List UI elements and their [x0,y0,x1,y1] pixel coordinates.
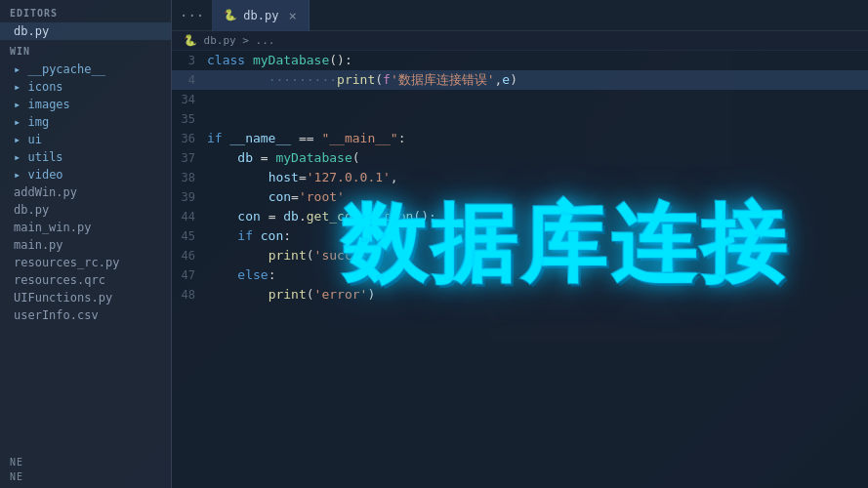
sidebar-item-main[interactable]: main.py [0,236,171,254]
code-line-36: 36 if __name__ == "__main__": [172,129,868,148]
sidebar-item-label: db.py [14,24,49,38]
sidebar-folder-icon: ▸ [14,150,27,164]
line-num-37: 37 [172,148,207,168]
line-content-46: print('succ') [207,246,868,265]
line-num-46: 46 [172,246,207,265]
code-line-37: 37 db = myDatabase( [172,148,868,168]
line-num-34: 34 [172,90,207,109]
sidebar-item-resources-qrc[interactable]: resources.qrc [0,271,171,289]
line-num-38: 38 [172,168,207,187]
sidebar-item-ui[interactable]: ▸ ui [0,131,171,148]
code-line-38: 38 host='127.0.0.1', [172,168,868,187]
sidebar-bottom: NE NE [0,455,171,488]
ide-container: EDITORS db.py WIN ▸ __pycache__ ▸ icons … [0,0,868,488]
line-content-3: class myDatabase(): [207,51,868,70]
code-line-4: 4 ·········print(f'数据库连接错误',e) [172,70,868,90]
line-content-37: db = myDatabase( [207,148,868,168]
code-content: 3 class myDatabase(): 4 ·········print(f… [172,51,868,488]
sidebar-item-utils[interactable]: ▸ utils [0,148,171,166]
code-line-35: 35 [172,109,868,129]
code-line-34: 34 [172,90,868,109]
tab-overflow-dots[interactable]: ··· [172,8,212,23]
line-content-48: print('error') [207,285,868,305]
line-num-48: 48 [172,285,207,305]
line-content-47: else: [207,265,868,285]
line-content-45: if con: [207,226,868,246]
sidebar-item-pycache[interactable]: ▸ __pycache__ [0,61,171,78]
sidebar-item-main-win[interactable]: main_win.py [0,219,171,236]
line-content-38: host='127.0.0.1', [207,168,868,187]
line-num-4: 4 [172,70,207,90]
sidebar-item-uifunctions[interactable]: UIFunctions.py [0,289,171,306]
sidebar-item-db-py[interactable]: db.py [0,201,171,219]
sidebar-item-db-py-active[interactable]: db.py [0,22,171,40]
tab-close-button[interactable]: × [288,8,296,23]
python-icon: 🐍 [224,9,237,21]
tab-db-py[interactable]: 🐍 db.py × [212,0,310,31]
sidebar-item-resources-rc[interactable]: resources_rc.py [0,254,171,271]
sidebar-bottom-ne1: NE [0,455,171,469]
sidebar-folder-icon: ▸ [14,115,27,129]
sidebar-item-video[interactable]: ▸ video [0,166,171,183]
sidebar-folder-icon: ▸ [14,168,27,182]
sidebar-bottom-ne2: NE [0,469,171,484]
code-line-39: 39 con='root' [172,187,868,207]
tab-label: db.py [243,9,278,22]
sidebar: EDITORS db.py WIN ▸ __pycache__ ▸ icons … [0,0,172,488]
line-num-45: 45 [172,226,207,246]
sidebar-item-userinfo[interactable]: userInfo.csv [0,306,171,324]
code-line-3: 3 class myDatabase(): [172,51,868,70]
sidebar-item-images[interactable]: ▸ images [0,96,171,113]
sidebar-folder-icon: ▸ [14,133,27,146]
line-num-36: 36 [172,129,207,148]
code-line-47: 47 else: [172,265,868,285]
code-line-44: 44 con = db.get_connection(); [172,207,868,226]
line-content-44: con = db.get_connection(); [207,207,868,226]
tab-bar: ··· 🐍 db.py × [172,0,868,31]
line-content-36: if __name__ == "__main__": [207,129,868,148]
editor-area: ··· 🐍 db.py × 🐍 db.py > ... 3 class myDa… [172,0,868,488]
line-content-39: con='root' [207,187,868,207]
sidebar-item-img[interactable]: ▸ img [0,113,171,131]
sidebar-folder-icon: ▸ [14,80,27,94]
line-num-39: 39 [172,187,207,207]
sidebar-item-icons[interactable]: ▸ icons [0,78,171,96]
line-num-47: 47 [172,265,207,285]
sidebar-folder-icon: ▸ [14,98,27,111]
sidebar-item-addwin[interactable]: addWin.py [0,183,171,201]
breadcrumb: 🐍 db.py > ... [172,31,868,51]
line-num-44: 44 [172,207,207,226]
win-label: WIN [0,40,171,61]
code-line-48: 48 print('error') [172,285,868,305]
line-content-4: ·········print(f'数据库连接错误',e) [207,70,868,90]
code-line-45: 45 if con: [172,226,868,246]
line-num-35: 35 [172,109,207,129]
sidebar-folder-icon: ▸ [14,62,27,76]
line-num-3: 3 [172,51,207,70]
code-line-46: 46 print('succ') [172,246,868,265]
editors-label: EDITORS [0,0,171,22]
